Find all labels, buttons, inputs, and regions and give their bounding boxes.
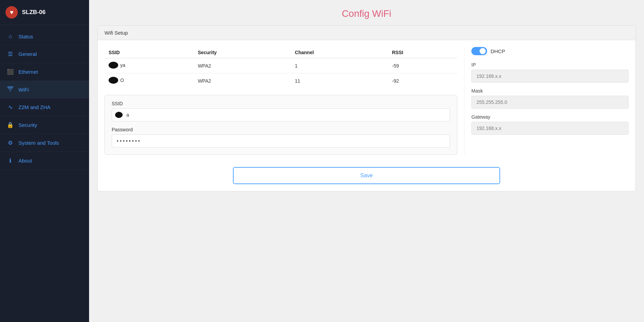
- wifi-setup-card: Wifi Setup SSID Security Channel RSSI: [97, 25, 636, 191]
- ssid-group: SSID: [112, 101, 450, 121]
- table-row[interactable]: ya WPA2 1 -59: [104, 58, 457, 73]
- sidebar-label-security: Security: [18, 122, 37, 128]
- sidebar-nav: ⌂ Status ☰ General ⬛ Ethernet WiFi ∿: [0, 25, 89, 170]
- ip-group: IP: [471, 62, 629, 83]
- sidebar-label-ethernet: Ethernet: [18, 69, 38, 75]
- password-group: Password: [112, 127, 450, 147]
- ssid-input[interactable]: [112, 108, 450, 121]
- sidebar-label-about: About: [18, 158, 32, 164]
- wifi-form: SSID Password: [104, 95, 457, 155]
- channel-cell-2: 11: [291, 73, 388, 88]
- sidebar-label-status: Status: [18, 34, 33, 39]
- security-cell-1: WPA2: [194, 58, 290, 73]
- mask-label: Mask: [471, 88, 629, 94]
- gateway-group: Gateway: [471, 114, 629, 135]
- ethernet-icon: ⬛: [7, 69, 14, 75]
- col-rssi: RSSI: [388, 47, 457, 58]
- gateway-input[interactable]: [471, 122, 629, 135]
- lock-icon: 🔒: [7, 122, 14, 128]
- col-security: Security: [194, 47, 290, 58]
- network-table: SSID Security Channel RSSI: [104, 47, 457, 88]
- mask-group: Mask: [471, 88, 629, 109]
- ip-input[interactable]: [471, 70, 629, 83]
- general-icon: ☰: [7, 51, 14, 57]
- app-logo: ♥: [5, 6, 18, 19]
- ssid-input-blur: [115, 112, 123, 118]
- main-content: Config WiFi Wifi Setup SSID Security Cha…: [89, 0, 644, 322]
- dhcp-label: DHCP: [491, 48, 505, 54]
- sidebar-item-wifi[interactable]: WiFi: [0, 81, 89, 98]
- toggle-slider: [471, 47, 487, 55]
- home-icon: ⌂: [7, 33, 14, 39]
- card-body: SSID Security Channel RSSI: [98, 40, 635, 162]
- z2m-icon: ∿: [7, 104, 14, 110]
- table-row[interactable]: O WPA2 11 -92: [104, 73, 457, 88]
- tools-icon: ⚙: [7, 140, 14, 146]
- sidebar-label-wifi: WiFi: [18, 87, 29, 93]
- dhcp-toggle[interactable]: [471, 47, 487, 55]
- col-ssid: SSID: [104, 47, 194, 58]
- right-panel: DHCP IP Mask Gateway: [464, 47, 629, 155]
- info-icon: ℹ: [7, 157, 14, 164]
- sidebar-item-z2m-zha[interactable]: ∿ Z2M and ZHA: [0, 98, 89, 116]
- password-input[interactable]: [112, 134, 450, 147]
- card-header: Wifi Setup: [98, 26, 635, 40]
- mask-input[interactable]: [471, 96, 629, 109]
- ssid-label: SSID: [112, 101, 450, 106]
- sidebar-item-security[interactable]: 🔒 Security: [0, 116, 89, 134]
- save-button[interactable]: Save: [233, 167, 500, 184]
- ssid-blur-1: [109, 62, 118, 69]
- wifi-icon: [7, 86, 14, 93]
- rssi-cell-2: -92: [388, 73, 457, 88]
- sidebar-header: ♥ SLZB-06: [0, 0, 89, 25]
- sidebar-label-general: General: [18, 51, 37, 57]
- ssid-cell-1: ya: [104, 58, 194, 73]
- sidebar: ♥ SLZB-06 ⌂ Status ☰ General ⬛ Ethernet: [0, 0, 89, 322]
- sidebar-label-z2m: Z2M and ZHA: [18, 104, 50, 110]
- sidebar-item-ethernet[interactable]: ⬛ Ethernet: [0, 63, 89, 81]
- ip-label: IP: [471, 62, 629, 68]
- gateway-label: Gateway: [471, 114, 629, 120]
- left-panel: SSID Security Channel RSSI: [104, 47, 464, 155]
- dhcp-row: DHCP: [471, 47, 629, 55]
- rssi-cell-1: -59: [388, 58, 457, 73]
- password-label: Password: [112, 127, 450, 132]
- page-title: Config WiFi: [89, 0, 644, 25]
- col-channel: Channel: [291, 47, 388, 58]
- sidebar-item-status[interactable]: ⌂ Status: [0, 28, 89, 45]
- channel-cell-1: 1: [291, 58, 388, 73]
- sidebar-item-system-tools[interactable]: ⚙ System and Tools: [0, 134, 89, 152]
- app-title: SLZB-06: [22, 9, 46, 16]
- sidebar-item-general[interactable]: ☰ General: [0, 45, 89, 63]
- sidebar-label-system-tools: System and Tools: [18, 140, 59, 146]
- ssid-text-2: O: [120, 77, 124, 83]
- save-row: Save: [98, 162, 635, 191]
- security-cell-2: WPA2: [194, 73, 290, 88]
- ssid-blur-2: [109, 77, 118, 84]
- content-area: Wifi Setup SSID Security Channel RSSI: [89, 25, 644, 200]
- ssid-text-1: ya: [120, 62, 125, 68]
- sidebar-item-about[interactable]: ℹ About: [0, 152, 89, 170]
- ssid-cell-2: O: [104, 73, 194, 88]
